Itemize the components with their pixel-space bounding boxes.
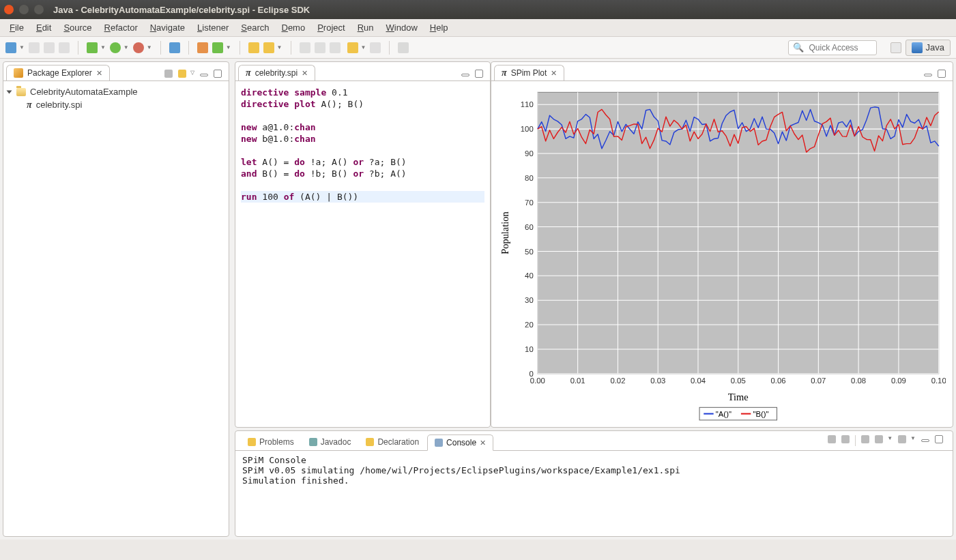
svg-text:10: 10 bbox=[525, 345, 534, 353]
spim-plot-tab[interactable]: π SPim Plot ✕ bbox=[494, 65, 564, 80]
dropdown-icon[interactable]: ▼ bbox=[147, 44, 152, 50]
code-editor[interactable]: directive sample 0.1 directive plot A();… bbox=[235, 81, 490, 427]
bottom-tab-problems[interactable]: Problems bbox=[241, 434, 301, 450]
clear-console-icon[interactable] bbox=[861, 435, 869, 443]
nav-prev-icon[interactable] bbox=[300, 42, 310, 53]
bottom-tab-javadoc[interactable]: Javadoc bbox=[302, 434, 358, 450]
menu-edit[interactable]: Edit bbox=[31, 20, 57, 35]
menu-window[interactable]: Window bbox=[381, 20, 423, 35]
nav-next-icon[interactable] bbox=[315, 42, 325, 53]
svg-text:0.05: 0.05 bbox=[731, 377, 746, 385]
svg-text:"B()": "B()" bbox=[753, 410, 768, 418]
console-output[interactable]: SPiM Console SPiM v0.05 simulating /home… bbox=[235, 451, 953, 536]
dropdown-icon[interactable]: ▼ bbox=[124, 44, 129, 50]
back-icon[interactable] bbox=[347, 42, 358, 53]
project-label: CelebrityAutomataExample bbox=[30, 87, 138, 97]
run-icon[interactable] bbox=[110, 42, 121, 53]
maximize-icon[interactable] bbox=[475, 70, 483, 78]
menu-bar: FileEditSourceRefactorNavigateListenerSe… bbox=[0, 19, 956, 37]
new-class-icon[interactable] bbox=[212, 42, 223, 53]
maximize-icon[interactable] bbox=[938, 70, 946, 78]
svg-text:0.08: 0.08 bbox=[851, 377, 866, 385]
open-type-icon[interactable] bbox=[248, 42, 259, 53]
maximize-icon[interactable] bbox=[214, 70, 222, 78]
menu-project[interactable]: Project bbox=[312, 20, 350, 35]
link-editor-icon[interactable] bbox=[178, 70, 186, 78]
debug-icon[interactable] bbox=[87, 42, 98, 53]
remove-launch-icon[interactable] bbox=[841, 435, 850, 443]
nav-last-icon[interactable] bbox=[330, 42, 341, 53]
dropdown-icon[interactable]: ▼ bbox=[361, 44, 366, 50]
menu-refactor[interactable]: Refactor bbox=[99, 20, 143, 35]
menu-navigate[interactable]: Navigate bbox=[145, 20, 190, 35]
minimize-icon[interactable] bbox=[461, 74, 469, 76]
close-icon[interactable]: ✕ bbox=[302, 69, 308, 78]
spi-file-icon: π bbox=[27, 100, 32, 110]
dropdown-icon[interactable]: ▼ bbox=[910, 435, 916, 446]
quick-access-field[interactable]: 🔍 bbox=[788, 40, 877, 55]
new-icon[interactable] bbox=[5, 42, 16, 53]
quick-access-input[interactable] bbox=[808, 42, 872, 53]
minimize-icon[interactable] bbox=[921, 439, 929, 442]
dropdown-icon[interactable]: ▼ bbox=[226, 44, 231, 50]
search-icon: 🔍 bbox=[793, 42, 804, 53]
window-close-icon[interactable] bbox=[4, 5, 14, 14]
dropdown-icon[interactable]: ▼ bbox=[100, 44, 106, 50]
display-selected-icon[interactable] bbox=[898, 435, 906, 443]
file-label: celebrity.spi bbox=[36, 100, 83, 110]
dropdown-icon[interactable]: ▼ bbox=[19, 44, 25, 50]
svg-text:0.01: 0.01 bbox=[570, 377, 585, 385]
svg-text:0.07: 0.07 bbox=[811, 377, 826, 385]
window-maximize-icon[interactable] bbox=[34, 5, 44, 14]
dropdown-icon[interactable]: ▼ bbox=[887, 435, 893, 446]
open-perspective-icon[interactable] bbox=[890, 42, 901, 53]
dropdown-icon[interactable]: ▼ bbox=[277, 44, 283, 50]
window-minimize-icon[interactable] bbox=[19, 5, 29, 14]
minimize-icon[interactable] bbox=[924, 74, 932, 76]
close-icon[interactable]: ✕ bbox=[551, 69, 557, 78]
scroll-lock-icon[interactable] bbox=[875, 435, 883, 443]
close-icon[interactable]: ✕ bbox=[480, 439, 486, 447]
print-icon[interactable] bbox=[59, 42, 70, 53]
forward-icon[interactable] bbox=[370, 42, 381, 53]
search-icon[interactable] bbox=[263, 42, 274, 53]
svg-text:90: 90 bbox=[525, 149, 534, 158]
terminate-icon[interactable] bbox=[828, 435, 836, 443]
java-perspective-icon bbox=[912, 42, 923, 53]
java-perspective-button[interactable]: Java bbox=[906, 40, 951, 56]
menu-run[interactable]: Run bbox=[352, 20, 379, 35]
package-explorer-pane: Package Explorer ✕ ▽ CelebrityAutomataEx… bbox=[3, 61, 229, 537]
package-explorer-tree[interactable]: CelebrityAutomataExample π celebrity.spi bbox=[3, 81, 229, 115]
window-titlebar: Java - CelebrityAutomataExample/celebrit… bbox=[0, 0, 956, 19]
save-all-icon[interactable] bbox=[44, 42, 55, 53]
svg-text:80: 80 bbox=[525, 174, 534, 182]
new-package-icon[interactable] bbox=[197, 42, 208, 53]
menu-search[interactable]: Search bbox=[235, 20, 274, 35]
pin-icon[interactable] bbox=[398, 42, 409, 53]
collapse-all-icon[interactable] bbox=[164, 70, 173, 78]
run-last-icon[interactable] bbox=[133, 42, 144, 53]
close-icon[interactable]: ✕ bbox=[96, 69, 102, 78]
svg-text:Time: Time bbox=[728, 392, 749, 402]
menu-demo[interactable]: Demo bbox=[276, 20, 311, 35]
tree-file-row[interactable]: π celebrity.spi bbox=[8, 98, 224, 111]
expand-icon[interactable] bbox=[7, 90, 12, 93]
menu-help[interactable]: Help bbox=[424, 20, 454, 35]
wand-icon[interactable] bbox=[169, 42, 180, 53]
menu-listener[interactable]: Listener bbox=[192, 20, 234, 35]
tree-project-row[interactable]: CelebrityAutomataExample bbox=[8, 85, 224, 98]
menu-source[interactable]: Source bbox=[58, 20, 97, 35]
tab-label: Problems bbox=[259, 437, 294, 447]
editor-tab[interactable]: π celebrity.spi ✕ bbox=[238, 65, 315, 80]
plot-tab-label: SPim Plot bbox=[511, 68, 547, 78]
minimize-icon[interactable] bbox=[200, 74, 208, 76]
package-explorer-tab[interactable]: Package Explorer ✕ bbox=[6, 65, 110, 80]
menu-file[interactable]: File bbox=[4, 20, 29, 35]
svg-text:0.03: 0.03 bbox=[650, 377, 665, 385]
save-icon[interactable] bbox=[29, 42, 40, 53]
bottom-tab-declaration[interactable]: Declaration bbox=[359, 434, 426, 450]
bottom-tab-console[interactable]: Console✕ bbox=[427, 434, 493, 451]
maximize-icon[interactable] bbox=[935, 435, 943, 443]
view-menu-icon[interactable]: ▽ bbox=[190, 70, 194, 78]
main-toolbar: ▼ ▼ ▼ ▼ ▼ ▼ ▼ 🔍 bbox=[0, 37, 956, 59]
